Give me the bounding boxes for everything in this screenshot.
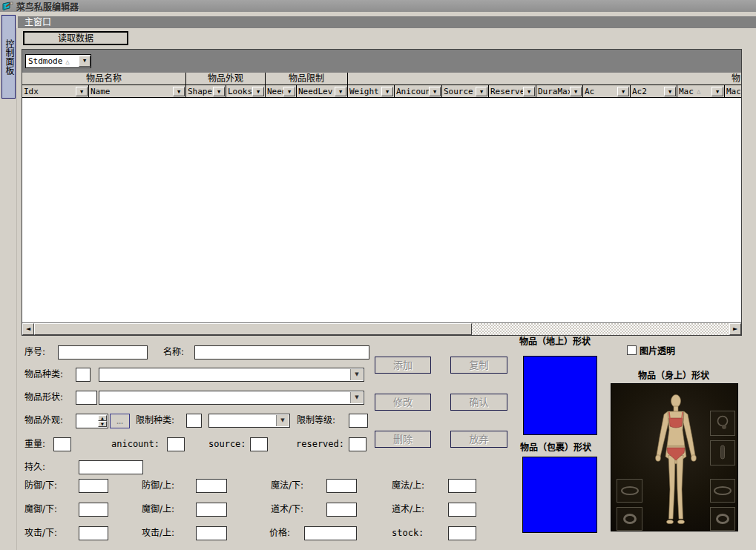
column-filter-icon[interactable]: ▼: [523, 87, 535, 96]
modify-button[interactable]: 修改: [375, 394, 431, 411]
attack-low-input[interactable]: [79, 526, 108, 540]
sort-ascending-icon: △: [65, 58, 69, 65]
bag-preview-label: 物品（包裹）形状: [520, 440, 591, 453]
tao-low-label: 道术/下:: [271, 503, 303, 517]
looks-browse-button[interactable]: ...: [110, 414, 130, 428]
stdmode-label: 物品种类:: [24, 368, 63, 382]
column-filter-icon[interactable]: ▼: [283, 87, 295, 96]
column-header-source[interactable]: Source▼: [442, 85, 489, 97]
item-ground-preview: [523, 356, 597, 435]
need-select[interactable]: ▼: [208, 414, 290, 428]
looks-stepper[interactable]: ▲ ▼: [76, 414, 108, 428]
column-filter-icon[interactable]: ▼: [173, 87, 185, 96]
bracelet-icon: [619, 482, 641, 500]
stepper-down-icon[interactable]: ▼: [98, 421, 107, 427]
tao-low-input[interactable]: [326, 503, 357, 517]
source-label: source:: [208, 437, 246, 451]
equipment-slot-ring-right: [710, 507, 735, 531]
reserved-input[interactable]: [349, 437, 367, 451]
delete-button[interactable]: 删除: [375, 431, 431, 448]
transparent-checkbox-label[interactable]: 图片透明: [640, 344, 675, 357]
idx-input[interactable]: [58, 345, 148, 360]
column-header-duramax[interactable]: DuraMax▼: [536, 85, 583, 97]
chevron-down-icon[interactable]: ▼: [79, 56, 91, 67]
column-filter-icon[interactable]: ▼: [476, 87, 487, 96]
column-header-name[interactable]: Name▼: [89, 85, 186, 97]
need-level-input[interactable]: [349, 414, 368, 428]
stdmode-select[interactable]: ▼: [99, 368, 364, 382]
shape-label: 物品形状:: [24, 391, 63, 405]
column-filter-icon[interactable]: ▼: [570, 87, 582, 96]
column-header-ac[interactable]: Ac▼: [583, 85, 631, 97]
column-header-needlev[interactable]: NeedLev▼: [297, 85, 348, 97]
load-data-button[interactable]: 读取数据: [23, 31, 128, 45]
discard-button[interactable]: 放弃: [450, 431, 507, 448]
ac-low-input[interactable]: [79, 479, 108, 493]
chevron-down-icon[interactable]: ▼: [276, 415, 289, 426]
dura-label: 持久:: [24, 460, 45, 474]
group-header-item-looks: 物品外观: [186, 73, 266, 85]
mac-high-input[interactable]: [196, 503, 227, 517]
need-code-input[interactable]: [186, 414, 202, 428]
column-filter-icon[interactable]: ▼: [213, 87, 225, 96]
confirm-button[interactable]: 确认: [450, 394, 507, 411]
copy-button[interactable]: 复制: [450, 357, 507, 374]
chevron-down-icon[interactable]: ▼: [350, 369, 363, 380]
anicount-input[interactable]: [167, 437, 185, 451]
bracelet-icon: [711, 482, 734, 500]
column-header-looks[interactable]: Looks▼: [226, 85, 266, 97]
name-input[interactable]: [194, 345, 369, 360]
transparent-checkbox[interactable]: [627, 345, 637, 355]
column-header-idx[interactable]: Idx▼: [22, 85, 89, 97]
column-filter-icon[interactable]: ▼: [335, 87, 346, 96]
column-header-anicount[interactable]: Anicoun▼: [395, 85, 442, 97]
stdmode-select-value: [102, 369, 349, 380]
shape-code-input[interactable]: [76, 391, 97, 405]
column-header-reserve[interactable]: Reserve▼: [489, 85, 536, 97]
attack-high-input[interactable]: [196, 526, 227, 540]
price-input[interactable]: [304, 526, 357, 540]
add-button[interactable]: 添加: [375, 357, 431, 374]
column-header-weight[interactable]: Weight▼: [348, 85, 395, 97]
column-filter-icon[interactable]: ▼: [664, 87, 676, 96]
reserved-label: reserved:: [296, 437, 344, 451]
scrollbar-thumb[interactable]: [34, 323, 472, 335]
potion-icon: [713, 443, 732, 463]
column-filter-icon[interactable]: ▼: [617, 87, 629, 96]
window-titlebar: 菜鸟私服编辑器: [0, 0, 756, 12]
source-input[interactable]: [250, 437, 268, 451]
character-model: [645, 391, 707, 529]
column-header-shape[interactable]: Shape▼: [186, 85, 226, 97]
scroll-right-icon[interactable]: ►: [729, 323, 741, 335]
magic-low-input[interactable]: [326, 479, 357, 493]
magic-high-label: 魔法/上:: [392, 479, 424, 493]
weight-input[interactable]: [53, 437, 71, 451]
scroll-left-icon[interactable]: ◄: [22, 323, 34, 335]
sidebar-tab-control-panel[interactable]: 控制面板: [1, 15, 16, 99]
equipment-slot-ring-left: [617, 507, 642, 531]
column-header-need[interactable]: Need▼: [266, 85, 297, 97]
column-header-mac[interactable]: Mac△▼: [677, 85, 725, 97]
column-filter-icon[interactable]: ▼: [252, 87, 264, 96]
chevron-down-icon[interactable]: ▼: [350, 392, 363, 403]
stdmode-filter-combo[interactable]: Stdmode △ ▼: [25, 54, 91, 68]
column-filter-icon[interactable]: ▼: [381, 87, 393, 96]
stock-input[interactable]: [448, 526, 476, 540]
shape-select[interactable]: ▼: [99, 391, 364, 405]
dura-input[interactable]: [79, 460, 143, 474]
mac-low-input[interactable]: [79, 503, 108, 517]
grid-body[interactable]: [22, 98, 741, 322]
column-header-mac2[interactable]: Mac: [725, 85, 741, 97]
column-filter-icon[interactable]: ▼: [76, 87, 88, 96]
column-header-ac2[interactable]: Ac2▼: [631, 85, 677, 97]
ac-high-input[interactable]: [196, 479, 227, 493]
tao-high-input[interactable]: [448, 503, 476, 517]
column-filter-icon[interactable]: ▼: [711, 87, 723, 96]
magic-high-input[interactable]: [448, 479, 476, 493]
stepper-up-icon[interactable]: ▲: [98, 415, 107, 421]
stdmode-code-input[interactable]: [76, 368, 91, 382]
ground-preview-label: 物品（地上）形状: [519, 334, 591, 347]
column-filter-icon[interactable]: ▼: [429, 87, 441, 96]
ring-icon: [714, 511, 732, 527]
scrollbar-track[interactable]: [472, 323, 729, 335]
